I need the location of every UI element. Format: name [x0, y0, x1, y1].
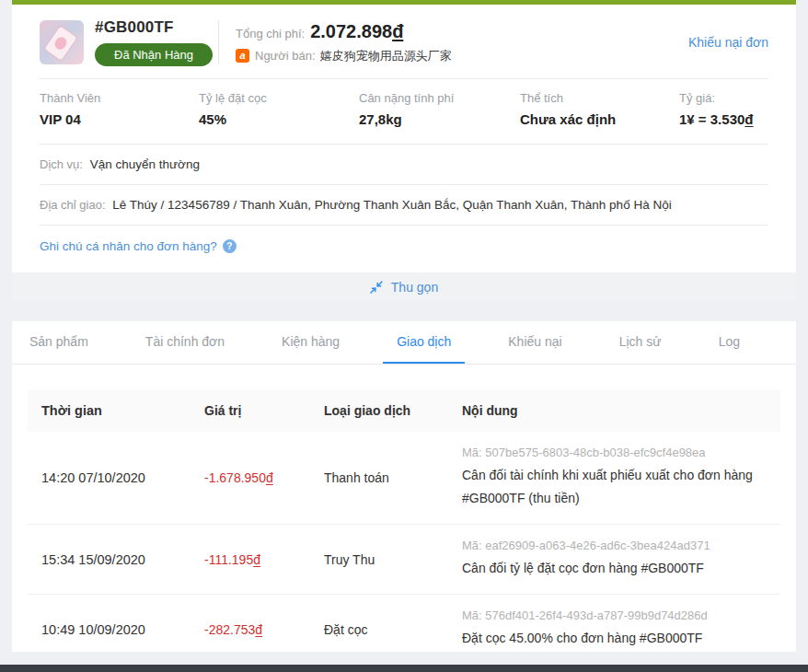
- service-value: Vận chuyển thường: [90, 157, 200, 171]
- seller-line: a Người bán: 嬉皮狗宠物用品源头厂家: [236, 49, 452, 63]
- tab-complaints[interactable]: Khiếu nại: [494, 321, 575, 364]
- tab-history[interactable]: Lịch sử: [606, 321, 675, 364]
- transaction-row: 15:34 15/09/2020 -111.195đ Truy Thu Mã: …: [28, 525, 780, 595]
- product-thumbnail[interactable]: [40, 20, 84, 64]
- collapse-label: Thu gọn: [391, 280, 438, 295]
- seller-name: 嬉皮狗宠物用品源头厂家: [320, 50, 452, 62]
- personal-note-link[interactable]: Ghi chú cá nhân cho đơn hàng?: [40, 239, 217, 253]
- transaction-description: Đặt cọc 45.00% cho đơn hàng #GB000TF: [462, 627, 755, 650]
- shipping-address-label: Địa chỉ giao:: [40, 198, 106, 212]
- collapse-bar[interactable]: Thu gọn: [12, 272, 796, 301]
- column-header-amount: Giá trị: [204, 403, 324, 418]
- order-stats-row: Thành Viên VIP 04 Tỷ lệ đặt cọc 45% Cân …: [12, 79, 796, 144]
- tab-transactions[interactable]: Giao dịch: [383, 321, 465, 364]
- transactions-table: Thời gian Giá trị Loại giao dịch Nội dun…: [28, 389, 780, 652]
- transaction-type: Thanh toán: [324, 470, 462, 485]
- stat-exchange-rate: Tỷ giá: 1¥ = 3.530đ: [679, 91, 768, 127]
- service-row: Dịch vụ: Vận chuyển thường: [12, 145, 796, 184]
- collapse-arrows-icon: [370, 281, 383, 294]
- complaint-order-link[interactable]: Khiếu nại đơn: [688, 35, 768, 50]
- transaction-time: 15:34 15/09/2020: [41, 552, 204, 567]
- stat-deposit-rate: Tỷ lệ đặt cọc 45%: [199, 91, 359, 127]
- status-badge: Đã Nhận Hàng: [95, 43, 213, 66]
- bottom-window-edge: [0, 665, 808, 672]
- column-header-time: Thời gian: [41, 403, 204, 418]
- stat-membership: Thành Viên VIP 04: [40, 91, 199, 127]
- help-icon[interactable]: ?: [223, 239, 237, 253]
- order-id: #GB000TF: [95, 18, 213, 37]
- header-vertical-divider: [218, 20, 219, 64]
- stat-volume: Thể tích Chưa xác định: [520, 91, 679, 127]
- transaction-row: 14:20 07/10/2020 -1.678.950đ Thanh toán …: [28, 432, 780, 525]
- transaction-code: Mã: 507be575-6803-48cb-b038-efc9cf4e98ea: [462, 446, 780, 459]
- transaction-content: Mã: 576df401-26f4-493d-a787-99b9d74d286d…: [462, 608, 780, 650]
- order-summary-card: #GB000TF Đã Nhận Hàng Tổng chi phí: 2.07…: [12, 0, 796, 301]
- tab-log[interactable]: Log: [705, 321, 754, 364]
- totals-block: Tổng chi phí: 2.072.898đ a Người bán: 嬉皮…: [236, 22, 452, 63]
- tab-order-finance[interactable]: Tài chính đơn: [132, 321, 238, 364]
- column-header-type: Loại giao dịch: [324, 403, 462, 418]
- order-id-block: #GB000TF Đã Nhận Hàng: [95, 18, 213, 66]
- order-detail-page: #GB000TF Đã Nhận Hàng Tổng chi phí: 2.07…: [0, 0, 808, 652]
- transaction-amount: -111.195đ: [204, 552, 324, 567]
- shipping-address-row: Địa chỉ giao: Lê Thúy / 123456789 / Than…: [12, 185, 796, 225]
- transaction-description: Cân đối tỷ lệ đặt cọc đơn hàng #GB000TF: [462, 557, 755, 580]
- order-header: #GB000TF Đã Nhận Hàng Tổng chi phí: 2.07…: [12, 5, 796, 78]
- seller-label: Người bán:: [255, 50, 316, 62]
- transaction-content: Mã: 507be575-6803-48cb-b038-efc9cf4e98ea…: [462, 446, 780, 510]
- transaction-code: Mã: eaf26909-a063-4e26-ad6c-3bea424ad371: [462, 539, 780, 552]
- order-tabs-card: Sản phẩm Tài chính đơn Kiện hàng Giao dị…: [12, 321, 796, 652]
- personal-note-row: Ghi chú cá nhân cho đơn hàng? ?: [12, 226, 796, 272]
- tab-products[interactable]: Sản phẩm: [16, 321, 102, 364]
- seller-marketplace-icon: a: [236, 49, 249, 63]
- transaction-time: 14:20 07/10/2020: [41, 470, 204, 485]
- transaction-time: 10:49 10/09/2020: [41, 622, 204, 637]
- transactions-table-header: Thời gian Giá trị Loại giao dịch Nội dun…: [28, 389, 780, 432]
- tab-parcels[interactable]: Kiện hàng: [268, 321, 353, 364]
- shipping-address-value: Lê Thúy / 123456789 / Thanh Xuân, Phường…: [112, 198, 671, 212]
- transaction-content: Mã: eaf26909-a063-4e26-ad6c-3bea424ad371…: [462, 539, 780, 580]
- transaction-type: Truy Thu: [324, 552, 462, 567]
- total-cost-label: Tổng chi phí:: [236, 28, 305, 40]
- transaction-code: Mã: 576df401-26f4-493d-a787-99b9d74d286d: [462, 608, 780, 622]
- total-cost-value: 2.072.898đ: [310, 22, 403, 41]
- stat-chargeable-weight: Cân nặng tính phí 27,8kg: [359, 91, 520, 127]
- column-header-content: Nội dung: [462, 403, 780, 418]
- transaction-type: Đặt cọc: [324, 622, 462, 637]
- service-label: Dịch vụ:: [40, 157, 83, 171]
- transaction-amount: -1.678.950đ: [204, 470, 324, 485]
- tab-bar: Sản phẩm Tài chính đơn Kiện hàng Giao dị…: [12, 321, 796, 365]
- product-thumbnail-art: [43, 25, 78, 62]
- transaction-description: Cân đối tài chính khi xuất phiếu xuất ch…: [462, 464, 755, 510]
- transaction-amount: -282.753đ: [204, 622, 324, 637]
- transaction-row: 10:49 10/09/2020 -282.753đ Đặt cọc Mã: 5…: [28, 595, 780, 652]
